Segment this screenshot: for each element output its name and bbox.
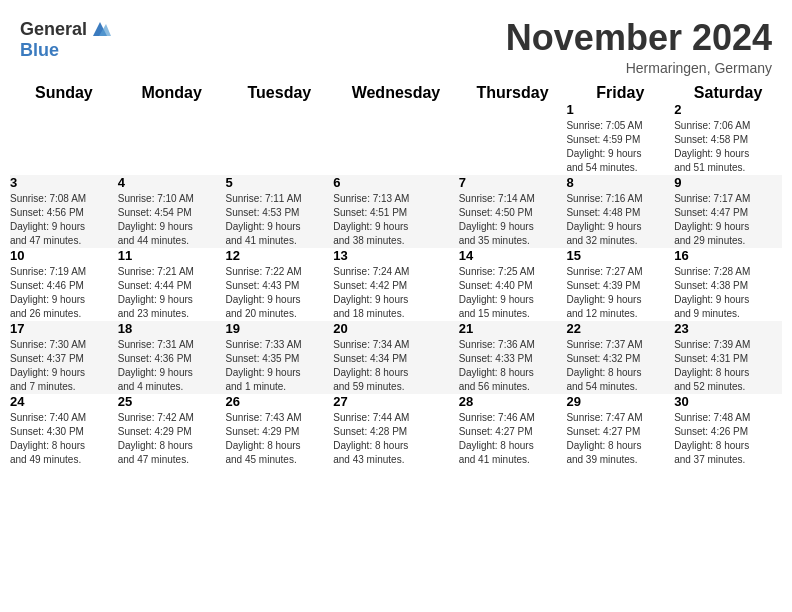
day-number: 23 [674, 321, 782, 336]
day-number: 30 [674, 394, 782, 409]
calendar-wrapper: Sunday Monday Tuesday Wednesday Thursday… [0, 84, 792, 477]
calendar-cell: 7Sunrise: 7:14 AM Sunset: 4:50 PM Daylig… [459, 175, 567, 248]
day-number: 11 [118, 248, 226, 263]
logo-icon [89, 18, 111, 40]
day-info: Sunrise: 7:17 AM Sunset: 4:47 PM Dayligh… [674, 192, 782, 248]
day-info: Sunrise: 7:36 AM Sunset: 4:33 PM Dayligh… [459, 338, 567, 394]
day-number: 10 [10, 248, 118, 263]
calendar-cell: 8Sunrise: 7:16 AM Sunset: 4:48 PM Daylig… [566, 175, 674, 248]
day-number: 20 [333, 321, 458, 336]
day-info: Sunrise: 7:42 AM Sunset: 4:29 PM Dayligh… [118, 411, 226, 467]
day-number: 27 [333, 394, 458, 409]
calendar-cell: 21Sunrise: 7:36 AM Sunset: 4:33 PM Dayli… [459, 321, 567, 394]
day-number: 13 [333, 248, 458, 263]
calendar-cell: 24Sunrise: 7:40 AM Sunset: 4:30 PM Dayli… [10, 394, 118, 467]
day-info: Sunrise: 7:33 AM Sunset: 4:35 PM Dayligh… [226, 338, 334, 394]
day-number: 12 [226, 248, 334, 263]
calendar-cell: 9Sunrise: 7:17 AM Sunset: 4:47 PM Daylig… [674, 175, 782, 248]
day-info: Sunrise: 7:30 AM Sunset: 4:37 PM Dayligh… [10, 338, 118, 394]
day-number: 3 [10, 175, 118, 190]
day-info: Sunrise: 7:11 AM Sunset: 4:53 PM Dayligh… [226, 192, 334, 248]
calendar-cell: 25Sunrise: 7:42 AM Sunset: 4:29 PM Dayli… [118, 394, 226, 467]
day-info: Sunrise: 7:08 AM Sunset: 4:56 PM Dayligh… [10, 192, 118, 248]
calendar-week-4: 17Sunrise: 7:30 AM Sunset: 4:37 PM Dayli… [10, 321, 782, 394]
calendar-cell: 28Sunrise: 7:46 AM Sunset: 4:27 PM Dayli… [459, 394, 567, 467]
day-info: Sunrise: 7:14 AM Sunset: 4:50 PM Dayligh… [459, 192, 567, 248]
calendar-cell: 29Sunrise: 7:47 AM Sunset: 4:27 PM Dayli… [566, 394, 674, 467]
calendar-cell: 27Sunrise: 7:44 AM Sunset: 4:28 PM Dayli… [333, 394, 458, 467]
calendar-header: Sunday Monday Tuesday Wednesday Thursday… [10, 84, 782, 102]
calendar-week-3: 10Sunrise: 7:19 AM Sunset: 4:46 PM Dayli… [10, 248, 782, 321]
day-info: Sunrise: 7:24 AM Sunset: 4:42 PM Dayligh… [333, 265, 458, 321]
day-info: Sunrise: 7:37 AM Sunset: 4:32 PM Dayligh… [566, 338, 674, 394]
day-info: Sunrise: 7:46 AM Sunset: 4:27 PM Dayligh… [459, 411, 567, 467]
calendar-cell: 14Sunrise: 7:25 AM Sunset: 4:40 PM Dayli… [459, 248, 567, 321]
day-info: Sunrise: 7:21 AM Sunset: 4:44 PM Dayligh… [118, 265, 226, 321]
day-info: Sunrise: 7:27 AM Sunset: 4:39 PM Dayligh… [566, 265, 674, 321]
col-friday: Friday [566, 84, 674, 102]
calendar-cell [118, 102, 226, 175]
calendar-week-1: 1Sunrise: 7:05 AM Sunset: 4:59 PM Daylig… [10, 102, 782, 175]
col-thursday: Thursday [459, 84, 567, 102]
location: Hermaringen, Germany [506, 60, 772, 76]
day-number: 28 [459, 394, 567, 409]
day-number: 9 [674, 175, 782, 190]
calendar-table: Sunday Monday Tuesday Wednesday Thursday… [10, 84, 782, 467]
logo-general-text: General [20, 19, 87, 40]
calendar-cell: 15Sunrise: 7:27 AM Sunset: 4:39 PM Dayli… [566, 248, 674, 321]
logo-blue-text: Blue [20, 40, 59, 61]
day-number: 21 [459, 321, 567, 336]
calendar-cell [226, 102, 334, 175]
calendar-cell: 16Sunrise: 7:28 AM Sunset: 4:38 PM Dayli… [674, 248, 782, 321]
calendar-cell: 20Sunrise: 7:34 AM Sunset: 4:34 PM Dayli… [333, 321, 458, 394]
month-title: November 2024 [506, 18, 772, 58]
logo: General Blue [20, 18, 111, 61]
day-number: 18 [118, 321, 226, 336]
calendar-cell: 11Sunrise: 7:21 AM Sunset: 4:44 PM Dayli… [118, 248, 226, 321]
calendar-cell [10, 102, 118, 175]
col-sunday: Sunday [10, 84, 118, 102]
day-number: 2 [674, 102, 782, 117]
day-info: Sunrise: 7:40 AM Sunset: 4:30 PM Dayligh… [10, 411, 118, 467]
day-info: Sunrise: 7:39 AM Sunset: 4:31 PM Dayligh… [674, 338, 782, 394]
day-info: Sunrise: 7:34 AM Sunset: 4:34 PM Dayligh… [333, 338, 458, 394]
day-number: 14 [459, 248, 567, 263]
calendar-cell: 6Sunrise: 7:13 AM Sunset: 4:51 PM Daylig… [333, 175, 458, 248]
day-number: 19 [226, 321, 334, 336]
day-number: 4 [118, 175, 226, 190]
calendar-cell: 1Sunrise: 7:05 AM Sunset: 4:59 PM Daylig… [566, 102, 674, 175]
day-number: 7 [459, 175, 567, 190]
day-number: 24 [10, 394, 118, 409]
day-number: 25 [118, 394, 226, 409]
calendar-cell: 30Sunrise: 7:48 AM Sunset: 4:26 PM Dayli… [674, 394, 782, 467]
col-tuesday: Tuesday [226, 84, 334, 102]
day-number: 8 [566, 175, 674, 190]
day-number: 29 [566, 394, 674, 409]
calendar-cell: 10Sunrise: 7:19 AM Sunset: 4:46 PM Dayli… [10, 248, 118, 321]
day-info: Sunrise: 7:19 AM Sunset: 4:46 PM Dayligh… [10, 265, 118, 321]
day-info: Sunrise: 7:47 AM Sunset: 4:27 PM Dayligh… [566, 411, 674, 467]
day-number: 1 [566, 102, 674, 117]
calendar-cell: 2Sunrise: 7:06 AM Sunset: 4:58 PM Daylig… [674, 102, 782, 175]
day-info: Sunrise: 7:13 AM Sunset: 4:51 PM Dayligh… [333, 192, 458, 248]
day-info: Sunrise: 7:48 AM Sunset: 4:26 PM Dayligh… [674, 411, 782, 467]
calendar-cell: 22Sunrise: 7:37 AM Sunset: 4:32 PM Dayli… [566, 321, 674, 394]
calendar-cell: 19Sunrise: 7:33 AM Sunset: 4:35 PM Dayli… [226, 321, 334, 394]
calendar-cell: 3Sunrise: 7:08 AM Sunset: 4:56 PM Daylig… [10, 175, 118, 248]
day-info: Sunrise: 7:25 AM Sunset: 4:40 PM Dayligh… [459, 265, 567, 321]
day-info: Sunrise: 7:28 AM Sunset: 4:38 PM Dayligh… [674, 265, 782, 321]
calendar-cell: 26Sunrise: 7:43 AM Sunset: 4:29 PM Dayli… [226, 394, 334, 467]
col-wednesday: Wednesday [333, 84, 458, 102]
day-info: Sunrise: 7:05 AM Sunset: 4:59 PM Dayligh… [566, 119, 674, 175]
page-header: General Blue November 2024 Hermaringen, … [0, 0, 792, 84]
calendar-week-5: 24Sunrise: 7:40 AM Sunset: 4:30 PM Dayli… [10, 394, 782, 467]
day-info: Sunrise: 7:43 AM Sunset: 4:29 PM Dayligh… [226, 411, 334, 467]
day-info: Sunrise: 7:22 AM Sunset: 4:43 PM Dayligh… [226, 265, 334, 321]
calendar-cell [333, 102, 458, 175]
calendar-week-2: 3Sunrise: 7:08 AM Sunset: 4:56 PM Daylig… [10, 175, 782, 248]
day-number: 17 [10, 321, 118, 336]
col-monday: Monday [118, 84, 226, 102]
day-number: 15 [566, 248, 674, 263]
calendar-cell: 23Sunrise: 7:39 AM Sunset: 4:31 PM Dayli… [674, 321, 782, 394]
calendar-cell: 12Sunrise: 7:22 AM Sunset: 4:43 PM Dayli… [226, 248, 334, 321]
